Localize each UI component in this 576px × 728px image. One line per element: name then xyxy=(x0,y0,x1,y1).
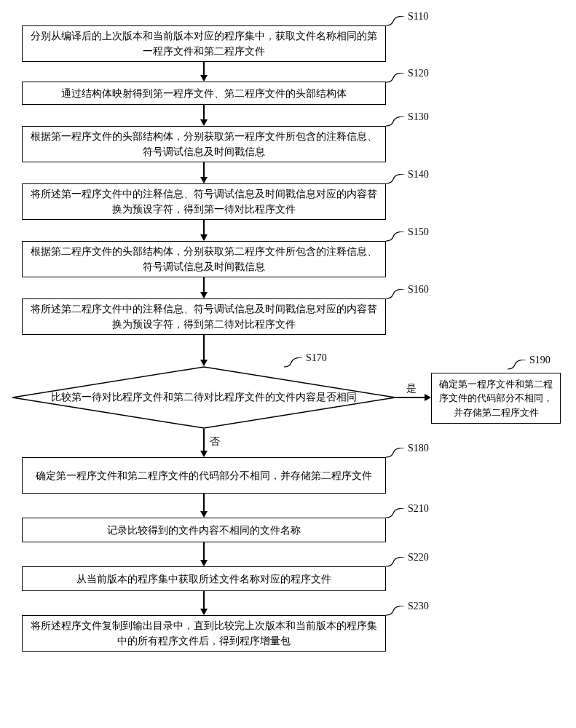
arrow-head xyxy=(200,119,208,126)
arrow-head xyxy=(200,609,208,615)
node-text: 比较第一待对比程序文件和第二待对比程序文件的文件内容是否相同 xyxy=(12,366,396,429)
brace-s190 xyxy=(508,360,526,371)
label-s120: S120 xyxy=(408,68,429,79)
arrow xyxy=(203,591,205,610)
label-s220: S220 xyxy=(408,552,429,563)
arrow-head xyxy=(200,177,208,183)
node-text: 通过结构体映射得到第一程序文件、第二程序文件的头部结构体 xyxy=(61,86,347,101)
arrow xyxy=(203,220,205,236)
node-s120: 通过结构体映射得到第一程序文件、第二程序文件的头部结构体 xyxy=(22,82,386,105)
node-s170: 比较第一待对比程序文件和第二待对比程序文件的文件内容是否相同 xyxy=(12,366,396,429)
arrow xyxy=(203,494,205,513)
brace-s180 xyxy=(386,448,404,459)
label-s170: S170 xyxy=(306,352,327,364)
branch-yes: 是 xyxy=(406,382,417,395)
label-s230: S230 xyxy=(408,601,429,612)
node-text: 记录比较得到的文件内容不相同的文件名称 xyxy=(107,523,301,538)
arrow xyxy=(203,162,205,178)
label-s160: S160 xyxy=(408,284,429,296)
node-s220: 从当前版本的程序集中获取所述文件名称对应的程序文件 xyxy=(22,566,386,591)
node-text: 从当前版本的程序集中获取所述文件名称对应的程序文件 xyxy=(76,571,331,587)
node-s160: 将所述第二程序文件中的注释信息、符号调试信息及时间戳信息对应的内容替换为预设字符… xyxy=(22,298,386,335)
arrow-no xyxy=(203,429,205,452)
arrow-head xyxy=(200,511,208,518)
branch-no: 否 xyxy=(210,435,220,448)
label-s140: S140 xyxy=(408,169,429,181)
node-text: 根据第二程序文件的头部结构体，分别获取第二程序文件所包含的注释信息、符号调试信息… xyxy=(30,244,378,274)
brace-s140 xyxy=(386,174,404,185)
node-text: 分别从编译后的上次版本和当前版本对应的程序集中，获取文件名称相同的第一程序文件和… xyxy=(30,28,378,59)
arrow xyxy=(203,542,205,561)
node-s150: 根据第二程序文件的头部结构体，分别获取第二程序文件所包含的注释信息、符号调试信息… xyxy=(22,241,386,277)
node-s190: 确定第一程序文件和第二程序文件的代码部分不相同，并存储第二程序文件 xyxy=(431,373,561,424)
label-s210: S210 xyxy=(408,503,429,515)
arrow-head xyxy=(200,292,208,298)
brace-s170 xyxy=(284,357,302,368)
node-s180: 确定第一程序文件和第二程序文件的代码部分不相同，并存储第二程序文件 xyxy=(22,457,386,494)
node-text: 将所述第二程序文件中的注释信息、符号调试信息及时间戳信息对应的内容替换为预设字符… xyxy=(30,301,378,332)
node-text: 根据第一程序文件的头部结构体，分别获取第一程序文件所包含的注释信息、符号调试信息… xyxy=(30,129,378,159)
brace-s220 xyxy=(386,557,404,568)
node-text: 将所述程序文件复制到输出目录中，直到比较完上次版本和当前版本的程序集中的所有程序… xyxy=(30,618,378,649)
brace-s210 xyxy=(386,508,404,519)
brace-s160 xyxy=(386,289,404,300)
brace-s230 xyxy=(386,606,404,617)
arrow-head xyxy=(200,360,208,366)
arrow xyxy=(203,277,205,293)
arrow-head xyxy=(200,560,208,566)
label-s110: S110 xyxy=(408,11,428,23)
arrow-yes xyxy=(395,397,426,398)
arrow xyxy=(203,335,205,361)
node-s110: 分别从编译后的上次版本和当前版本对应的程序集中，获取文件名称相同的第一程序文件和… xyxy=(22,25,386,62)
node-s230: 将所述程序文件复制到输出目录中，直到比较完上次版本和当前版本的程序集中的所有程序… xyxy=(22,615,386,652)
arrow-head xyxy=(200,451,208,457)
arrow xyxy=(203,62,205,76)
brace-s120 xyxy=(386,73,404,84)
arrow-head xyxy=(425,394,431,401)
node-text: 将所述第一程序文件中的注释信息、符号调试信息及时间戳信息对应的内容替换为预设字符… xyxy=(30,186,378,217)
arrow xyxy=(203,105,205,121)
label-s180: S180 xyxy=(408,443,429,454)
label-s130: S130 xyxy=(408,111,429,123)
arrow-head xyxy=(200,75,208,82)
arrow-head xyxy=(200,234,208,241)
node-text: 确定第一程序文件和第二程序文件的代码部分不相同，并存储第二程序文件 xyxy=(36,468,372,483)
label-s190: S190 xyxy=(529,355,551,366)
node-text: 确定第一程序文件和第二程序文件的代码部分不相同，并存储第二程序文件 xyxy=(439,377,553,420)
brace-s150 xyxy=(386,232,404,242)
label-s150: S150 xyxy=(408,226,429,238)
node-s210: 记录比较得到的文件内容不相同的文件名称 xyxy=(22,518,386,542)
brace-s110 xyxy=(386,16,404,27)
node-s140: 将所述第一程序文件中的注释信息、符号调试信息及时间戳信息对应的内容替换为预设字符… xyxy=(22,183,386,220)
brace-s130 xyxy=(386,116,404,127)
node-s130: 根据第一程序文件的头部结构体，分别获取第一程序文件所包含的注释信息、符号调试信息… xyxy=(22,126,386,162)
